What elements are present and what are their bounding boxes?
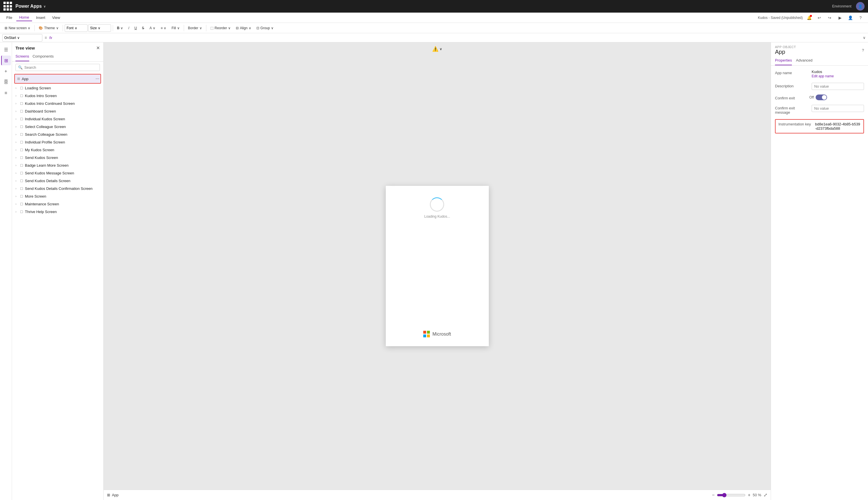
title-chevron-icon[interactable]: ∨: [44, 4, 46, 8]
zoom-slider[interactable]: [717, 493, 746, 497]
screen-icon: ☐: [20, 148, 23, 152]
screen-icon: ☐: [20, 133, 23, 137]
reorder-button[interactable]: ⬚ Reorder∨: [208, 25, 233, 31]
list-item[interactable]: › ☐ Send Kudos Screen: [12, 154, 103, 161]
canvas-app-text: App: [112, 493, 118, 497]
menu-toggle-icon[interactable]: ☰: [1, 45, 11, 54]
description-label: Description: [775, 83, 809, 88]
notifications-button[interactable]: 🔔: [805, 14, 813, 22]
ms-squares-icon: [423, 331, 430, 338]
align-button[interactable]: ≡∨: [158, 25, 168, 31]
formula-input[interactable]: [55, 34, 862, 42]
bold-button[interactable]: B∨: [115, 25, 126, 31]
expand-icon: ›: [15, 102, 19, 105]
help-button[interactable]: ?: [857, 14, 865, 22]
menu-insert[interactable]: Insert: [33, 14, 48, 21]
font-dropdown[interactable]: Font∨: [65, 24, 87, 32]
list-item[interactable]: › ☐ Dashboard Screen: [12, 107, 103, 115]
right-panel-header: APP OBJECT App ?: [771, 42, 868, 56]
list-item[interactable]: › ☐ Maintenance Screen: [12, 200, 103, 208]
tab-screens[interactable]: Screens: [15, 53, 29, 61]
tab-components[interactable]: Components: [33, 53, 54, 61]
expand-icon: ›: [15, 110, 19, 113]
undo-button[interactable]: ↩: [816, 14, 823, 22]
confirm-exit-toggle[interactable]: [816, 94, 827, 100]
new-screen-icon: ⊞: [4, 26, 8, 30]
theme-button[interactable]: 🎨 Theme ∨: [36, 25, 61, 31]
list-item[interactable]: › ☐ Kudos Intro Screen: [12, 92, 103, 100]
align-chevron-icon: ∨: [249, 26, 251, 30]
group-button[interactable]: ⊡ Group∨: [254, 25, 276, 31]
tree-close-button[interactable]: ✕: [96, 45, 100, 51]
waffle-icon[interactable]: [3, 2, 13, 11]
font-color-button[interactable]: A∨: [147, 25, 158, 31]
edit-app-name-link[interactable]: Edit app name: [812, 74, 834, 78]
tab-properties[interactable]: Properties: [775, 56, 792, 65]
expand-canvas-button[interactable]: ⤢: [764, 492, 767, 498]
name-box-chevron-icon: ∨: [17, 36, 20, 40]
menu-file[interactable]: File: [3, 14, 15, 21]
list-item[interactable]: › ☐ Send Kudos Message Screen: [12, 169, 103, 177]
user-avatar[interactable]: 👤: [856, 2, 865, 11]
tab-advanced[interactable]: Advanced: [796, 56, 812, 65]
preview-button[interactable]: ▶: [836, 14, 844, 22]
list-item[interactable]: › ☐ Kudos Intro Continued Screen: [12, 100, 103, 107]
screen-label: Badge Learn More Screen: [25, 163, 68, 168]
screen-icon: ☐: [20, 187, 23, 191]
size-dropdown[interactable]: Size∨: [88, 24, 111, 32]
list-item[interactable]: › ☐ Individual Profile Screen: [12, 138, 103, 146]
list-item[interactable]: › ☐ My Kudos Screen: [12, 146, 103, 154]
list-item[interactable]: › ☐ Badge Learn More Screen: [12, 161, 103, 169]
confirm-exit-label: Confirm exit: [775, 95, 809, 100]
align-chevron-icon: ∨: [164, 26, 166, 30]
redo-button[interactable]: ↪: [826, 14, 834, 22]
expand-icon: ›: [15, 87, 19, 90]
warning-bar[interactable]: ⚠️ ∨: [432, 46, 442, 52]
italic-button[interactable]: /: [126, 25, 131, 31]
new-screen-button[interactable]: ⊞ New screen ∨: [2, 25, 33, 31]
screen-label: Thrive Help Screen: [25, 209, 57, 214]
data-icon[interactable]: 🗄: [1, 77, 11, 87]
strikethrough-button[interactable]: S̶: [140, 25, 146, 31]
confirm-exit-message-input[interactable]: [812, 105, 864, 112]
screen-icon: ☐: [20, 156, 23, 160]
tree-app-item[interactable]: ⊞ App ···: [14, 74, 101, 84]
screen-label: Send Kudos Message Screen: [25, 171, 74, 175]
fill-button[interactable]: Fill∨: [169, 25, 182, 31]
list-item[interactable]: › ☐ Individual Kudos Screen: [12, 115, 103, 123]
underline-button[interactable]: U: [132, 25, 139, 31]
zoom-minus-button[interactable]: −: [712, 492, 715, 498]
variables-icon[interactable]: ≡: [1, 88, 11, 98]
menu-view[interactable]: View: [49, 14, 63, 21]
list-item[interactable]: › ☐ Send Kudos Details Confirmation Scre…: [12, 185, 103, 192]
list-item[interactable]: › ☐ Send Kudos Details Screen: [12, 177, 103, 185]
screen-label: Send Kudos Screen: [25, 156, 58, 160]
list-item[interactable]: › ☐ Thrive Help Screen: [12, 208, 103, 216]
help-icon[interactable]: ?: [862, 48, 864, 53]
tree-view-icon[interactable]: ⊞: [1, 56, 11, 65]
screen-label: Maintenance Screen: [25, 202, 59, 206]
name-box[interactable]: OnStart ∨: [2, 34, 42, 42]
border-button[interactable]: Border∨: [186, 25, 204, 31]
zoom-plus-button[interactable]: +: [748, 492, 750, 498]
toolbar-separator-1: [34, 25, 35, 31]
formula-expand-icon[interactable]: ∨: [863, 35, 866, 40]
insert-icon[interactable]: +: [1, 66, 11, 76]
description-input[interactable]: [812, 83, 864, 90]
prop-confirm-exit: Confirm exit Off: [775, 94, 864, 100]
align-tool-button[interactable]: ⊟ Align∨: [234, 25, 254, 31]
list-item[interactable]: › ☐ Loading Screen: [12, 84, 103, 92]
prop-app-name: App name Kudos Edit app name: [775, 70, 864, 78]
screen-label: Dashboard Screen: [25, 109, 56, 113]
list-item[interactable]: › ☐ Select Colleague Screen: [12, 123, 103, 130]
app-title: Power Apps: [15, 4, 42, 9]
list-item[interactable]: › ☐ Search Colleague Screen: [12, 130, 103, 138]
menu-home[interactable]: Home: [16, 14, 32, 21]
search-input[interactable]: [24, 65, 97, 70]
list-item[interactable]: › ☐ More Screen: [12, 192, 103, 200]
prop-description: Description: [775, 83, 864, 90]
app-more-icon[interactable]: ···: [96, 76, 99, 81]
reorder-icon: ⬚: [210, 26, 213, 30]
share-button[interactable]: 👤: [846, 14, 854, 22]
screen-label: Send Kudos Details Confirmation Screen: [25, 186, 92, 191]
